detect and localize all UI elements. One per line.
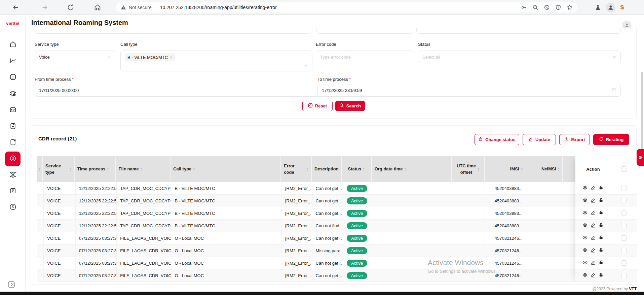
sticky-action-row xyxy=(575,257,637,269)
view-eye-icon[interactable] xyxy=(582,235,588,241)
row-checkbox[interactable] xyxy=(621,248,627,253)
edit-pencil-icon[interactable] xyxy=(591,260,596,266)
cell-org_date_time xyxy=(372,232,452,244)
row-checkbox[interactable] xyxy=(621,235,627,241)
to-time-input[interactable]: 17/12/2025 23:59:59 xyxy=(317,84,621,97)
column-header-imsi[interactable]: IMSI xyxy=(485,156,526,182)
lock-icon[interactable] xyxy=(599,210,604,217)
column-header-file_name[interactable]: File name xyxy=(116,156,171,182)
browser-profile-icon[interactable] xyxy=(606,3,615,12)
sidebar-item-processing[interactable] xyxy=(5,87,21,101)
page-scrollbar-thumb[interactable] xyxy=(641,72,643,152)
edit-pencil-icon[interactable] xyxy=(591,248,596,254)
lock-icon[interactable] xyxy=(599,260,604,266)
view-eye-icon[interactable] xyxy=(582,210,588,217)
change-status-button[interactable]: Change status xyxy=(475,134,519,145)
column-header-stub[interactable] xyxy=(37,156,43,182)
lock-icon[interactable] xyxy=(599,248,604,254)
back-icon[interactable] xyxy=(12,4,20,11)
column-header-org_date_time[interactable]: Org date time xyxy=(372,156,452,182)
sidebar-item-billing-active[interactable]: $ xyxy=(5,152,21,166)
service-type-select[interactable]: Voice xyxy=(35,51,115,63)
forward-icon[interactable] xyxy=(41,4,48,11)
row-checkbox[interactable] xyxy=(621,198,627,203)
column-header-service_type[interactable]: Service type xyxy=(43,156,75,182)
reset-button[interactable]: Reset xyxy=(302,101,333,111)
from-time-input[interactable]: 17/11/2025 00:00:00 xyxy=(35,84,331,97)
edit-pencil-icon[interactable] xyxy=(591,210,596,217)
cell-time_process: 12/12/2025 22:22:52 xyxy=(76,207,117,219)
lock-icon[interactable] xyxy=(599,235,604,241)
zoom-out-icon[interactable] xyxy=(532,4,538,10)
sidebar-item-network[interactable] xyxy=(5,168,21,183)
chat-transfer-icon xyxy=(9,106,17,115)
bookmark-star-icon[interactable] xyxy=(567,4,573,10)
clipped-input-2[interactable] xyxy=(316,28,413,34)
home-icon[interactable] xyxy=(94,4,101,11)
calendar-icon[interactable] xyxy=(612,88,616,93)
lock-icon[interactable] xyxy=(599,198,604,204)
shield-icon[interactable] xyxy=(555,4,561,10)
sidebar-item-documents[interactable] xyxy=(5,119,21,134)
column-header-neimsi[interactable]: NeIMSI xyxy=(526,156,563,182)
view-eye-icon[interactable] xyxy=(582,260,588,266)
sidebar-item-home[interactable] xyxy=(5,37,21,52)
sidebar-item-reports[interactable] xyxy=(5,184,21,199)
edit-pencil-icon[interactable] xyxy=(591,185,596,192)
lock-icon[interactable] xyxy=(599,272,604,279)
view-eye-icon[interactable] xyxy=(582,185,588,192)
edit-pencil-icon[interactable] xyxy=(591,272,596,279)
s-extension-logo[interactable]: S xyxy=(620,4,624,10)
sort-icon xyxy=(140,167,142,172)
security-label[interactable]: Not secure xyxy=(129,5,152,10)
column-header-error_code[interactable]: Error code xyxy=(281,156,312,182)
view-eye-icon[interactable] xyxy=(582,198,588,204)
search-button[interactable]: Search xyxy=(335,101,365,111)
rerating-button[interactable]: Rerating xyxy=(593,134,629,145)
clipped-input-1[interactable] xyxy=(35,28,311,34)
column-header-time_process[interactable]: Time process xyxy=(75,156,116,182)
row-checkbox[interactable] xyxy=(621,273,627,278)
reload-icon[interactable] xyxy=(67,4,74,11)
view-eye-icon[interactable] xyxy=(582,272,588,279)
edit-pencil-icon[interactable] xyxy=(591,223,596,229)
row-checkbox[interactable] xyxy=(621,260,627,266)
key-icon[interactable] xyxy=(521,4,527,10)
row-checkbox[interactable] xyxy=(621,186,627,191)
view-eye-icon[interactable] xyxy=(582,248,588,254)
sidebar-item-alerts[interactable] xyxy=(5,70,21,85)
url-text[interactable]: 10.207.252.135:8200/roaming-app/utilitie… xyxy=(160,5,521,10)
sidebar-item-files[interactable] xyxy=(5,135,21,150)
sidebar-item-analytics[interactable] xyxy=(5,54,21,69)
export-button[interactable]: Export xyxy=(559,134,590,145)
required-asterisk: * xyxy=(349,77,351,82)
cell-call_type: B - ViLTE MOC/MTC xyxy=(171,220,281,232)
content-blocked-icon[interactable] xyxy=(544,4,550,10)
row-checkbox[interactable] xyxy=(621,210,627,216)
select-all-checkbox[interactable] xyxy=(621,166,627,172)
extension-flask-icon[interactable] xyxy=(595,4,601,11)
column-header-utc_offset[interactable]: UTC time offset xyxy=(452,156,485,182)
tag-remove-icon[interactable]: × xyxy=(170,55,172,60)
lock-icon[interactable] xyxy=(599,185,604,192)
cell-service_type: VOICE xyxy=(44,220,76,232)
sidebar-collapse-icon[interactable] xyxy=(7,281,16,289)
address-bar[interactable]: Not secure 10.207.252.135:8200/roaming-a… xyxy=(116,2,577,12)
update-button[interactable]: Update xyxy=(523,134,556,145)
column-header-status[interactable]: Status xyxy=(342,156,372,182)
edit-pencil-icon[interactable] xyxy=(591,198,596,204)
row-checkbox[interactable] xyxy=(621,223,627,228)
sidebar-item-transactions[interactable] xyxy=(5,103,21,118)
column-header-call_type[interactable]: Call type xyxy=(171,156,281,182)
view-eye-icon[interactable] xyxy=(582,223,588,229)
status-select[interactable]: Select all xyxy=(418,51,621,63)
lock-icon[interactable] xyxy=(599,223,604,229)
column-header-description[interactable]: Description xyxy=(312,156,342,182)
clipped-input-3[interactable] xyxy=(416,28,621,34)
call-type-multiselect[interactable]: B - ViLTE MOC/MTC × xyxy=(120,51,312,71)
edit-pencil-icon[interactable] xyxy=(591,235,596,241)
change-status-label: Change status xyxy=(485,137,516,142)
error-code-input[interactable]: Type error code xyxy=(316,51,413,63)
sidebar-item-revenue[interactable]: $ xyxy=(5,200,21,215)
settings-gear-tab[interactable]: ⚙ xyxy=(637,149,644,166)
